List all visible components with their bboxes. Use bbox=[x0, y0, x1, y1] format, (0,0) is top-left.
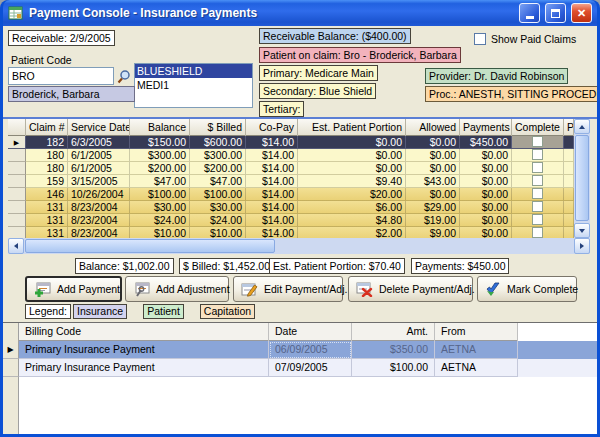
patient-search-button[interactable] bbox=[115, 67, 132, 85]
claims-column-header-1[interactable]: Service Date bbox=[68, 119, 130, 136]
show-paid-claims-label: Show Paid Claims bbox=[491, 33, 576, 45]
plan-item-blueshield[interactable]: BLUESHIELD bbox=[135, 64, 252, 78]
scroll-down-button[interactable] bbox=[574, 223, 590, 238]
claims-cell-claim: 180 bbox=[26, 162, 68, 175]
arrow-right-icon bbox=[580, 243, 584, 249]
edit-payment-icon bbox=[241, 282, 258, 297]
claims-row-6[interactable]: 1318/23/2004$24.00$24.00$14.00$4.80$19.0… bbox=[8, 214, 574, 227]
partial-column-cell bbox=[564, 227, 574, 238]
mark-complete-label: Mark Complete bbox=[507, 283, 578, 295]
complete-checkbox[interactable] bbox=[532, 149, 543, 160]
procedure-box: Proc.: ANESTH, SITTING PROCEDURE bbox=[425, 86, 597, 102]
partial-column-cell bbox=[564, 175, 574, 188]
claims-column-header-2[interactable]: Balance bbox=[130, 119, 190, 136]
complete-checkbox[interactable] bbox=[532, 188, 543, 199]
add-payment-icon bbox=[34, 282, 51, 297]
horizontal-scroll-thumb[interactable] bbox=[25, 239, 275, 253]
payment-row-selector-cell[interactable] bbox=[3, 359, 19, 377]
claims-cell-est_patient: $20.00 bbox=[298, 188, 406, 201]
scroll-right-button[interactable] bbox=[574, 238, 590, 254]
claims-column-header-4[interactable]: Co-Pay bbox=[246, 119, 298, 136]
claims-cell-claim: 182 bbox=[26, 136, 68, 149]
mark-complete-button[interactable]: Mark Complete bbox=[477, 276, 577, 302]
add-payment-button[interactable]: Add Payment bbox=[25, 276, 122, 302]
complete-checkbox[interactable] bbox=[532, 214, 543, 225]
claims-column-header-7[interactable]: Payments bbox=[460, 119, 512, 136]
payment-row-0[interactable]: ▶Primary Insurance Payment06/09/2005$350… bbox=[3, 341, 597, 359]
scroll-left-button[interactable] bbox=[8, 238, 24, 254]
claims-cell-billed: $10.00 bbox=[190, 227, 246, 238]
edit-payment-label: Edit Payment/Adj. bbox=[264, 283, 347, 295]
add-adjustment-icon bbox=[133, 282, 150, 297]
payments-column-header-3[interactable]: From bbox=[435, 323, 518, 341]
claims-column-header-5[interactable]: Est. Patient Portion bbox=[298, 119, 406, 136]
show-paid-claims-checkbox[interactable] bbox=[474, 33, 486, 45]
plan-item-medi1[interactable]: MEDI1 bbox=[135, 78, 252, 92]
selected-payment-row-arrow[interactable]: ▶ bbox=[3, 341, 19, 359]
partial-column-cell bbox=[564, 149, 574, 162]
row-selector-cell[interactable] bbox=[8, 188, 26, 201]
row-selector-cell[interactable] bbox=[8, 175, 26, 188]
scroll-up-button[interactable] bbox=[574, 119, 590, 134]
row-selector-cell[interactable] bbox=[8, 214, 26, 227]
claims-row-2[interactable]: 1806/1/2005$200.00$200.00$14.00$0.00$0.0… bbox=[8, 162, 574, 175]
claims-row-0[interactable]: ▶1826/3/2005$150.00$600.00$14.00$0.00$0.… bbox=[8, 136, 574, 149]
claims-cell-claim: 159 bbox=[26, 175, 68, 188]
complete-cell bbox=[512, 188, 564, 201]
titlebar[interactable]: Payment Console - Insurance Payments ✕ bbox=[3, 0, 597, 26]
claims-cell-copay: $14.00 bbox=[246, 214, 298, 227]
claims-row-7[interactable]: 1318/23/2004$10.00$10.00$14.00$2.00$9.00… bbox=[8, 227, 574, 238]
claims-row-4[interactable]: 14610/26/2004$100.00$100.00$14.00$20.00$… bbox=[8, 188, 574, 201]
patient-code-input[interactable]: BRO bbox=[8, 67, 114, 85]
complete-checkbox[interactable] bbox=[532, 201, 543, 212]
payment-row-1[interactable]: Primary Insurance Payment07/09/2005$100.… bbox=[3, 359, 597, 377]
add-adjustment-button[interactable]: Add Adjustment bbox=[125, 276, 229, 302]
claims-row-1[interactable]: 1806/1/2005$300.00$300.00$14.00$0.00$0.0… bbox=[8, 149, 574, 162]
insurance-plan-list[interactable]: BLUESHIELDMEDI1 bbox=[134, 63, 253, 108]
claims-cell-service_date: 10/26/2004 bbox=[68, 188, 130, 201]
claims-cell-service_date: 8/23/2004 bbox=[68, 201, 130, 214]
claims-cell-payments: $0.00 bbox=[460, 162, 512, 175]
selected-row-arrow[interactable]: ▶ bbox=[8, 136, 26, 149]
claims-grid-header[interactable]: Claim #Service DateBalance$ BilledCo-Pay… bbox=[8, 119, 590, 136]
claims-cell-allowed: $43.00 bbox=[406, 175, 460, 188]
row-selector-cell[interactable] bbox=[8, 227, 26, 238]
delete-payment-label: Delete Payment/Adj. bbox=[379, 283, 475, 295]
show-paid-claims-field[interactable]: Show Paid Claims bbox=[474, 33, 576, 45]
claims-column-header-9[interactable]: P bbox=[564, 119, 574, 136]
claims-grid: Claim #Service DateBalance$ BilledCo-Pay… bbox=[8, 119, 590, 238]
claims-column-header-8[interactable]: Complete bbox=[512, 119, 564, 136]
claims-column-header-3[interactable]: $ Billed bbox=[190, 119, 246, 136]
delete-payment-button[interactable]: Delete Payment/Adj. bbox=[348, 276, 473, 302]
complete-checkbox[interactable] bbox=[532, 175, 543, 186]
payments-grid-header[interactable]: Billing CodeDateAmt.From bbox=[19, 323, 518, 341]
client-area: Receivable: 2/9/2005 Receivable Balance:… bbox=[3, 26, 597, 434]
close-button[interactable]: ✕ bbox=[571, 3, 592, 23]
minimize-button[interactable] bbox=[519, 3, 540, 23]
payments-column-header-1[interactable]: Date bbox=[269, 323, 352, 341]
partial-column-cell bbox=[564, 136, 574, 149]
complete-checkbox[interactable] bbox=[532, 227, 543, 238]
maximize-button[interactable] bbox=[545, 3, 566, 23]
claims-row-5[interactable]: 1318/23/2004$30.00$30.00$14.00$6.00$29.0… bbox=[8, 201, 574, 214]
row-selector-cell[interactable] bbox=[8, 162, 26, 175]
claims-column-header-0[interactable]: Claim # bbox=[26, 119, 68, 136]
claims-cell-claim: 146 bbox=[26, 188, 68, 201]
payments-column-header-2[interactable]: Amt. bbox=[352, 323, 435, 341]
edit-payment-button[interactable]: Edit Payment/Adj. bbox=[233, 276, 343, 302]
claims-horizontal-scrollbar[interactable] bbox=[8, 238, 590, 254]
add-payment-label: Add Payment bbox=[57, 283, 120, 295]
window-title: Payment Console - Insurance Payments bbox=[29, 6, 514, 20]
claims-cell-copay: $14.00 bbox=[246, 149, 298, 162]
row-selector-cell[interactable] bbox=[8, 201, 26, 214]
complete-checkbox[interactable] bbox=[532, 162, 543, 173]
claims-cell-payments: $0.00 bbox=[460, 201, 512, 214]
payments-column-header-0[interactable]: Billing Code bbox=[19, 323, 269, 341]
vertical-scroll-thumb[interactable] bbox=[575, 135, 589, 221]
row-selector-cell[interactable] bbox=[8, 149, 26, 162]
complete-checkbox[interactable] bbox=[532, 136, 543, 147]
claims-column-header-6[interactable]: Allowed bbox=[406, 119, 460, 136]
close-icon: ✕ bbox=[577, 7, 586, 20]
claims-vertical-scrollbar[interactable] bbox=[574, 119, 590, 238]
claims-row-3[interactable]: 1593/15/2005$47.00$47.00$14.00$9.40$43.0… bbox=[8, 175, 574, 188]
